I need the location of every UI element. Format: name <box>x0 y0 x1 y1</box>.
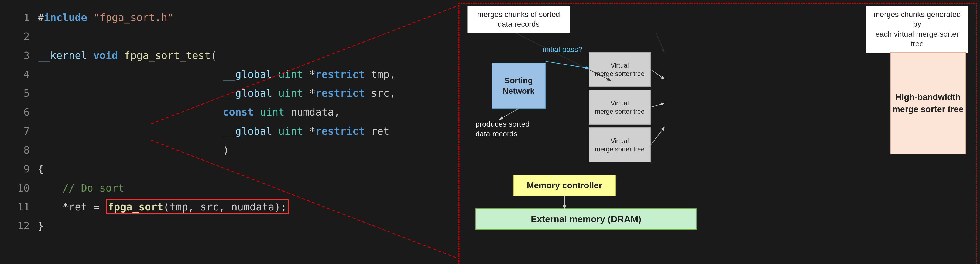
line-number: 5 <box>11 84 30 103</box>
code-content: } <box>38 216 44 235</box>
external-memory-box: External memory (DRAM) <box>476 208 697 230</box>
line-number: 12 <box>11 216 30 235</box>
callout-left-text: merges chunks of sorted data records <box>477 10 560 28</box>
code-content: __kernel void fpga_sort_test( <box>38 46 217 65</box>
line-number: 8 <box>11 141 30 160</box>
initial-pass-label: initial pass? <box>543 45 582 54</box>
svg-line-3 <box>656 33 664 52</box>
line-number: 3 <box>11 46 30 65</box>
svg-line-8 <box>651 127 664 145</box>
include-keyword: include <box>44 11 87 24</box>
hb-sorter-label: High-bandwidthmerge sorter tree <box>892 91 963 115</box>
line-number: 7 <box>11 122 30 141</box>
code-content: __global uint *restrict tmp, <box>38 65 396 84</box>
code-line-6: 6 const uint numdata, <box>11 103 448 122</box>
svg-line-5 <box>500 109 519 119</box>
line-number: 1 <box>11 8 30 27</box>
callout-right: merges chunks generated byeach virtual m… <box>866 6 969 53</box>
line-number: 4 <box>11 65 30 84</box>
code-line-3: 3 __kernel void fpga_sort_test( <box>11 46 448 65</box>
svg-line-4 <box>546 62 589 68</box>
code-line-7: 7 __global uint *restrict ret <box>11 122 448 141</box>
line-number: 11 <box>11 198 30 216</box>
callout-left: merges chunks of sorted data records <box>467 6 570 33</box>
code-content: __global uint *restrict ret <box>38 122 390 141</box>
line-number: 2 <box>11 27 30 46</box>
code-content: ) <box>38 141 229 160</box>
code-panel: 1 #include "fpga_sort.h" 2 3 __kernel vo… <box>0 0 458 264</box>
code-content: __global uint *restrict src, <box>38 84 396 103</box>
code-line-11: 11 *ret = fpga_sort(tmp, src, numdata); <box>11 198 448 216</box>
virtual-sorter-box-1: Virtualmerge sorter tree <box>589 52 651 87</box>
sorting-network-label: SortingNetwork <box>503 75 535 96</box>
code-line-12: 12 } <box>11 216 448 235</box>
code-line-8: 8 ) <box>11 141 448 160</box>
line-number: 9 <box>11 160 30 178</box>
code-content <box>38 27 44 46</box>
callout-right-text: merges chunks generated byeach virtual m… <box>873 10 961 48</box>
sorting-network-box: SortingNetwork <box>492 63 546 109</box>
code-line-9: 9 { <box>11 160 448 178</box>
virtual-sorter-box-3: Virtualmerge sorter tree <box>589 127 651 163</box>
svg-line-6 <box>651 70 664 79</box>
code-line-10: 10 // Do sort <box>11 179 448 198</box>
code-line-4: 4 __global uint *restrict tmp, <box>11 65 448 84</box>
code-content: #include "fpga_sort.h" <box>38 8 173 27</box>
line-number: 10 <box>11 179 30 198</box>
memory-controller-box: Memory controller <box>513 175 616 196</box>
line-number: 6 <box>11 103 30 122</box>
code-line-2: 2 <box>11 27 448 46</box>
code-content: // Do sort <box>38 179 124 198</box>
produces-label: produces sorteddata records <box>476 119 530 139</box>
virtual-sorter-box-2: Virtualmerge sorter tree <box>589 90 651 125</box>
hb-sorter-box: High-bandwidthmerge sorter tree <box>890 52 966 154</box>
code-content: { <box>38 160 44 178</box>
code-line-5: 5 __global uint *restrict src, <box>11 84 448 103</box>
code-line-1: 1 #include "fpga_sort.h" <box>11 8 448 27</box>
svg-line-7 <box>651 103 664 107</box>
diagram-panel: merges chunks of sorted data records mer… <box>458 3 977 264</box>
code-content: *ret = fpga_sort(tmp, src, numdata); <box>38 198 289 216</box>
code-content: const uint numdata, <box>38 103 340 122</box>
